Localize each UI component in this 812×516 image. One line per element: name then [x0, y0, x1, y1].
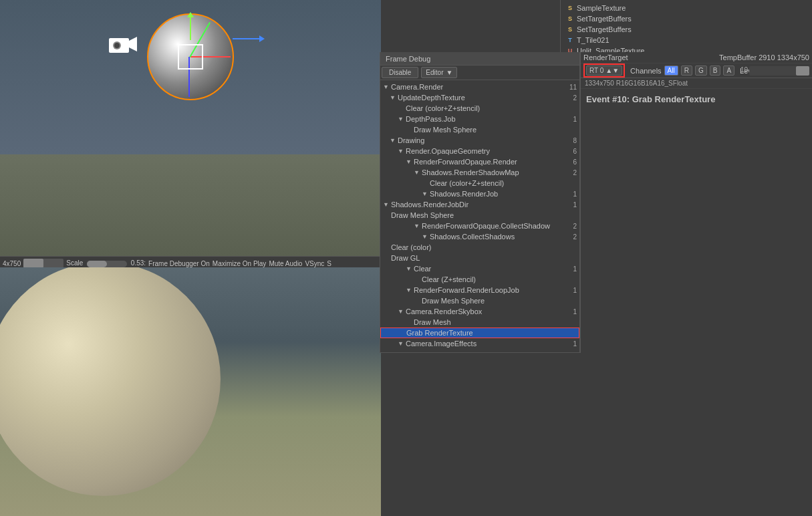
camera-icon: [104, 30, 137, 61]
tree-label: RenderForward.RenderLoopJob: [414, 286, 573, 294]
tree-item[interactable]: ▼RenderForwardOpaque.Render6: [380, 156, 579, 167]
tree-label: Clear (color+Z+stencil): [430, 179, 579, 187]
frame-debug-title: Frame Debug: [386, 55, 430, 63]
tree-label: RenderForwardOpaque.CollectShadow: [422, 222, 573, 230]
channel-g-button[interactable]: G: [695, 66, 707, 76]
tree-label: Camera.Render: [391, 83, 569, 91]
tree-count: 2: [573, 169, 577, 176]
editor-dropdown[interactable]: Editor ▼: [421, 67, 457, 78]
disable-button[interactable]: Disable: [382, 67, 418, 78]
tree-arrow: ▼: [398, 116, 406, 122]
tree-count: 8: [573, 137, 577, 144]
tree-arrow: ▼: [414, 169, 422, 176]
tree-item[interactable]: Draw Mesh Sphere: [380, 124, 579, 135]
event-title: Event #10: Grab RenderTexture: [581, 89, 812, 107]
tree-arrow: ▼: [406, 265, 414, 272]
tree-item[interactable]: ▼Shadows.CollectShadows2: [380, 231, 579, 242]
toolbar-vsync: VSync: [305, 260, 324, 267]
tree-count: 6: [573, 148, 577, 155]
rt-dropdown-arrow: ▲▼: [605, 67, 619, 74]
rt-highlight-box: RT 0 ▲▼: [583, 63, 625, 78]
tree-label: Clear: [414, 265, 573, 273]
tree-item[interactable]: ▼RenderForwardOpaque.CollectShadow2: [380, 221, 579, 231]
asset-list-panel: S SampleTexture S SetTargetBuffers S Set…: [560, 0, 812, 53]
tree-arrow: ▼: [398, 308, 406, 315]
tree-arrow: ▼: [422, 233, 430, 240]
tree-item[interactable]: ▼RenderForward.RenderLoopJob1: [380, 285, 579, 295]
tree-item[interactable]: Clear (color): [380, 242, 579, 253]
tree-count: 1: [573, 201, 577, 209]
tree-count: 1: [573, 340, 577, 348]
tree-label: Shadows.CollectShadows: [430, 233, 573, 241]
rt-dropdown[interactable]: RT 0 ▲▼: [586, 66, 622, 76]
asset-icon: T: [566, 36, 574, 44]
toolbar-frame-debugger: Frame Debugger On: [148, 260, 210, 267]
tree-arrow: ▼: [422, 190, 430, 197]
gizmo-x-arrow: [259, 35, 265, 42]
frame-debug-header: Frame Debug: [380, 52, 579, 66]
3d-scene-top: [0, 0, 381, 257]
tree-label: Camera.RenderSkybox: [406, 307, 573, 315]
frame-debug-toolbar: Disable Editor ▼: [380, 66, 579, 80]
tree-item[interactable]: Clear (color+Z+stencil): [380, 178, 579, 188]
asset-item[interactable]: S SampleTexture: [566, 3, 807, 13]
asset-item[interactable]: S SetTargetBuffers: [566, 24, 807, 35]
channel-b-button[interactable]: B: [710, 66, 721, 76]
tree-label: Draw Mesh: [414, 318, 579, 326]
tree-count: 11: [569, 84, 577, 91]
tree-label: Grab RenderTexture: [406, 329, 579, 337]
channel-r-button[interactable]: R: [681, 66, 692, 76]
asset-item[interactable]: S SetTargetBuffers: [566, 13, 807, 24]
tree-label: Shadows.RenderJob: [430, 190, 573, 198]
tree-label: Drawing: [398, 136, 573, 144]
tree-arrow: ▼: [414, 223, 422, 229]
channel-a-button[interactable]: A: [723, 66, 734, 76]
render-target-label: RenderTarget: [583, 53, 628, 61]
channel-all-button[interactable]: All: [664, 66, 678, 76]
tree-arrow: ▼: [383, 201, 391, 208]
tree-item[interactable]: ▼Shadows.RenderShadowMap2: [380, 167, 579, 178]
tree-label: Shadows.RenderJobDir: [391, 201, 573, 209]
bottom-viewport: [0, 267, 381, 516]
tree-item[interactable]: ▼Render.OpaqueGeometry6: [380, 146, 579, 156]
gizmo-y-arrow: [187, 12, 194, 17]
tree-item[interactable]: ▼Camera.RenderSkybox1: [380, 306, 579, 317]
tree-view: ▼Camera.Render11▼UpdateDepthTexture2Clea…: [380, 80, 579, 350]
tree-count: 2: [573, 233, 577, 241]
asset-item[interactable]: T T_Tile021: [566, 35, 807, 45]
chevron-down-icon: ▼: [446, 69, 452, 76]
render-target-row: RenderTarget TempBuffer 2910 1334x750: [581, 52, 812, 63]
tree-item[interactable]: Clear (color+Z+stencil): [380, 103, 579, 114]
tree-item[interactable]: Draw Mesh: [380, 317, 579, 328]
asset-list: S SampleTexture S SetTargetBuffers S Set…: [561, 0, 812, 59]
svg-marker-1: [129, 37, 137, 51]
asset-label: SetTargetBuffers: [577, 25, 632, 33]
channels-label: Channels: [630, 67, 661, 75]
tree-item[interactable]: ▼Clear1: [380, 263, 579, 274]
tree-label: RenderForwardOpaque.Render: [414, 158, 573, 166]
temp-buffer-info: TempBuffer 2910 1334x750: [719, 53, 809, 61]
tree-item[interactable]: Grab RenderTexture: [380, 328, 579, 338]
tree-item[interactable]: Draw Dynamic: [380, 349, 579, 350]
tree-item[interactable]: ▼Drawing8: [380, 135, 579, 146]
tree-label: Draw Mesh Sphere: [422, 297, 579, 305]
resolution-info: 1334x750 R16G16B16A16_SFloat: [581, 78, 812, 89]
asset-label: T_Tile021: [577, 36, 610, 44]
tree-arrow: ▼: [406, 158, 414, 165]
tree-label: Draw GL: [391, 254, 579, 262]
tree-item[interactable]: ▼Shadows.RenderJob1: [380, 188, 579, 199]
tree-label: Clear (color): [391, 243, 579, 251]
tree-item[interactable]: Draw Mesh Sphere: [380, 295, 579, 306]
tree-item[interactable]: ▼DepthPass.Job1: [380, 114, 579, 124]
tree-item[interactable]: Clear (Z+stencil): [380, 274, 579, 285]
tree-item[interactable]: Draw GL: [380, 253, 579, 263]
tree-item[interactable]: Draw Mesh Sphere: [380, 210, 579, 221]
tree-item[interactable]: ▼Shadows.RenderJobDir1: [380, 199, 579, 210]
tree-item[interactable]: ▼Camera.Render11: [380, 82, 579, 92]
asset-label: SampleTexture: [577, 4, 626, 12]
tree-count: 6: [573, 158, 577, 166]
tree-count: 2: [573, 223, 577, 230]
tree-count: 2: [573, 94, 577, 102]
tree-item[interactable]: ▼UpdateDepthTexture2: [380, 92, 579, 103]
tree-item[interactable]: ▼Camera.ImageEffects1: [380, 338, 579, 349]
